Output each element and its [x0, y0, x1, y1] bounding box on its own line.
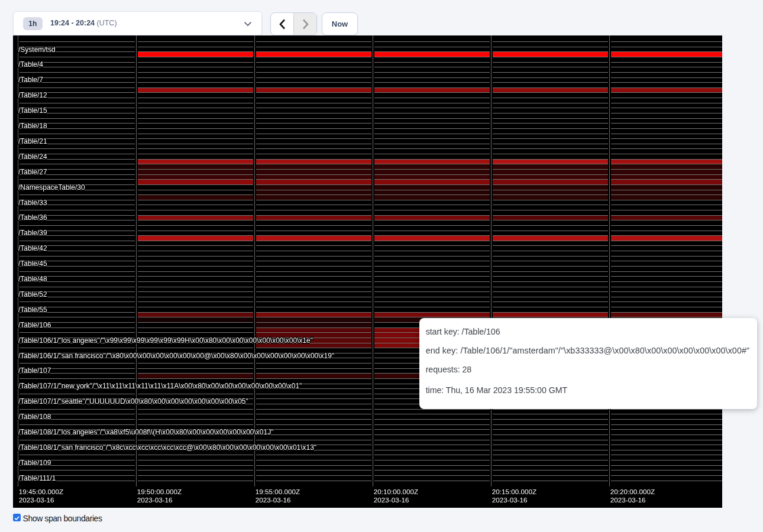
svg-text:/Table/24: /Table/24: [18, 153, 47, 161]
svg-text:19:55:00.000Z: 19:55:00.000Z: [256, 488, 300, 495]
svg-text:/Table/107/1/"seattle"/"UUUUUU: /Table/107/1/"seattle"/"UUUUUUD\x00\x80\…: [18, 398, 248, 406]
svg-text:/Table/7: /Table/7: [18, 76, 43, 85]
svg-text:/Table/33: /Table/33: [18, 199, 47, 207]
svg-text:2023-03-16: 2023-03-16: [256, 496, 291, 504]
svg-text:2023-03-16: 2023-03-16: [374, 496, 409, 504]
svg-text:/Table/109: /Table/109: [18, 459, 51, 467]
svg-text:/Table/108: /Table/108: [18, 413, 51, 421]
svg-text:/Table/27: /Table/27: [18, 168, 47, 176]
svg-text:/Table/39: /Table/39: [18, 229, 47, 238]
svg-text:/Table/108/1/"san francisco"/": /Table/108/1/"san francisco"/"\x8c\xcc\x…: [18, 443, 316, 452]
svg-text:/Table/55: /Table/55: [18, 306, 47, 314]
svg-text:/Table/18: /Table/18: [18, 122, 47, 130]
svg-text:19:50:00.000Z: 19:50:00.000Z: [137, 488, 182, 495]
svg-text:/NamespaceTable/30: /NamespaceTable/30: [18, 183, 85, 192]
svg-text:/Table/52: /Table/52: [18, 290, 47, 299]
svg-text:2023-03-16: 2023-03-16: [137, 496, 173, 504]
svg-text:2023-03-16: 2023-03-16: [19, 496, 54, 504]
svg-text:2023-03-16: 2023-03-16: [610, 496, 646, 504]
svg-text:/Table/48: /Table/48: [18, 275, 47, 283]
svg-text:/Table/21: /Table/21: [18, 137, 47, 145]
svg-text:20:10:00.000Z: 20:10:00.000Z: [374, 488, 418, 495]
svg-text:20:20:00.000Z: 20:20:00.000Z: [610, 488, 655, 495]
svg-text:/Table/106: /Table/106: [18, 321, 51, 329]
svg-text:/Table/4: /Table/4: [18, 61, 43, 69]
svg-text:/Table/15: /Table/15: [18, 106, 47, 115]
svg-text:/System/tsd: /System/tsd: [18, 46, 56, 54]
svg-text:/Table/108/1/"los angeles"/"\x: /Table/108/1/"los angeles"/"\xa8\xf5\u00…: [18, 428, 273, 436]
svg-text:/Table/107/1/"new york"/"\x11\: /Table/107/1/"new york"/"\x11\x11\x11\x1…: [18, 382, 302, 391]
svg-text:/Table/12: /Table/12: [18, 92, 47, 100]
svg-text:/Table/111/1: /Table/111/1: [18, 474, 56, 482]
svg-text:20:15:00.000Z: 20:15:00.000Z: [492, 488, 536, 495]
svg-text:/Table/106/1/"san francisco"/": /Table/106/1/"san francisco"/"\x80\x00\x…: [18, 352, 334, 360]
svg-text:2023-03-16: 2023-03-16: [492, 496, 528, 504]
svg-text:/Table/45: /Table/45: [18, 259, 47, 268]
svg-text:/Table/107: /Table/107: [18, 367, 51, 375]
svg-text:19:45:00.000Z: 19:45:00.000Z: [19, 488, 63, 495]
svg-text:/Table/36: /Table/36: [18, 214, 47, 222]
svg-text:/Table/42: /Table/42: [18, 245, 47, 253]
svg-text:/Table/106/1/"los angeles"/"\x: /Table/106/1/"los angeles"/"\x99\x99\x99…: [18, 336, 313, 345]
